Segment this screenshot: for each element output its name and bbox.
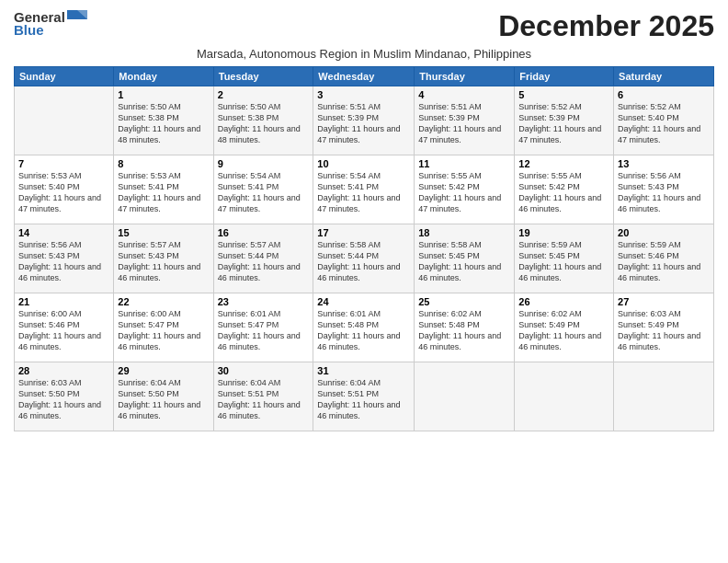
day-info: Sunrise: 6:01 AM Sunset: 5:48 PM Dayligh…: [317, 308, 410, 353]
header: General Blue December 2025: [14, 9, 714, 43]
cell-w2-d2: 8Sunrise: 5:53 AM Sunset: 5:41 PM Daylig…: [114, 155, 213, 224]
day-number: 25: [418, 296, 510, 307]
cell-w1-d5: 4Sunrise: 5:51 AM Sunset: 5:39 PM Daylig…: [415, 86, 515, 155]
day-info: Sunrise: 6:02 AM Sunset: 5:48 PM Dayligh…: [418, 308, 510, 353]
logo: General Blue: [14, 9, 87, 38]
day-number: 11: [418, 158, 510, 169]
day-info: Sunrise: 5:54 AM Sunset: 5:41 PM Dayligh…: [317, 170, 410, 215]
day-number: 26: [518, 296, 609, 307]
day-number: 13: [618, 158, 710, 169]
day-number: 16: [218, 227, 310, 238]
day-info: Sunrise: 5:58 AM Sunset: 5:44 PM Dayligh…: [317, 239, 410, 284]
week-row-2: 7Sunrise: 5:53 AM Sunset: 5:40 PM Daylig…: [15, 155, 714, 224]
cell-w4-d1: 21Sunrise: 6:00 AM Sunset: 5:46 PM Dayli…: [15, 293, 114, 362]
day-number: 17: [317, 227, 410, 238]
cell-w1-d1: [15, 86, 114, 155]
day-info: Sunrise: 5:57 AM Sunset: 5:44 PM Dayligh…: [218, 239, 310, 284]
day-info: Sunrise: 5:57 AM Sunset: 5:43 PM Dayligh…: [118, 239, 209, 284]
cell-w5-d4: 31Sunrise: 6:04 AM Sunset: 5:51 PM Dayli…: [313, 362, 415, 431]
cell-w2-d1: 7Sunrise: 5:53 AM Sunset: 5:40 PM Daylig…: [15, 155, 114, 224]
day-number: 29: [118, 365, 209, 376]
day-info: Sunrise: 5:56 AM Sunset: 5:43 PM Dayligh…: [18, 239, 109, 284]
day-number: 15: [118, 227, 209, 238]
cell-w5-d6: [515, 362, 614, 431]
day-info: Sunrise: 6:03 AM Sunset: 5:49 PM Dayligh…: [618, 308, 710, 353]
col-sunday: Sunday: [15, 67, 114, 86]
day-number: 7: [18, 158, 109, 169]
cell-w3-d2: 15Sunrise: 5:57 AM Sunset: 5:43 PM Dayli…: [114, 224, 213, 293]
col-thursday: Thursday: [415, 67, 515, 86]
col-friday: Friday: [515, 67, 614, 86]
day-number: 4: [418, 89, 510, 100]
day-info: Sunrise: 5:51 AM Sunset: 5:39 PM Dayligh…: [317, 101, 410, 146]
cell-w5-d5: [415, 362, 515, 431]
day-number: 1: [118, 89, 209, 100]
cell-w3-d6: 19Sunrise: 5:59 AM Sunset: 5:45 PM Dayli…: [515, 224, 614, 293]
day-number: 21: [18, 296, 109, 307]
day-info: Sunrise: 5:54 AM Sunset: 5:41 PM Dayligh…: [218, 170, 310, 215]
cell-w5-d1: 28Sunrise: 6:03 AM Sunset: 5:50 PM Dayli…: [15, 362, 114, 431]
day-number: 12: [518, 158, 609, 169]
week-row-5: 28Sunrise: 6:03 AM Sunset: 5:50 PM Dayli…: [15, 362, 714, 431]
day-number: 18: [418, 227, 510, 238]
day-number: 31: [317, 365, 410, 376]
logo-flag-icon: [67, 10, 87, 25]
day-info: Sunrise: 5:53 AM Sunset: 5:40 PM Dayligh…: [18, 170, 109, 215]
cell-w1-d6: 5Sunrise: 5:52 AM Sunset: 5:39 PM Daylig…: [515, 86, 614, 155]
day-info: Sunrise: 6:04 AM Sunset: 5:51 PM Dayligh…: [218, 377, 310, 422]
day-info: Sunrise: 6:02 AM Sunset: 5:49 PM Dayligh…: [518, 308, 609, 353]
day-info: Sunrise: 6:03 AM Sunset: 5:50 PM Dayligh…: [18, 377, 109, 422]
subtitle: Marsada, Autonomous Region in Muslim Min…: [14, 47, 714, 61]
day-number: 20: [618, 227, 710, 238]
day-info: Sunrise: 5:52 AM Sunset: 5:39 PM Dayligh…: [518, 101, 609, 146]
day-info: Sunrise: 5:59 AM Sunset: 5:45 PM Dayligh…: [518, 239, 609, 284]
cell-w1-d3: 2Sunrise: 5:50 AM Sunset: 5:38 PM Daylig…: [213, 86, 313, 155]
day-number: 28: [18, 365, 109, 376]
cell-w5-d3: 30Sunrise: 6:04 AM Sunset: 5:51 PM Dayli…: [213, 362, 313, 431]
week-row-3: 14Sunrise: 5:56 AM Sunset: 5:43 PM Dayli…: [15, 224, 714, 293]
day-info: Sunrise: 5:56 AM Sunset: 5:43 PM Dayligh…: [618, 170, 710, 215]
day-number: 9: [218, 158, 310, 169]
week-row-1: 1Sunrise: 5:50 AM Sunset: 5:38 PM Daylig…: [15, 86, 714, 155]
day-info: Sunrise: 5:51 AM Sunset: 5:39 PM Dayligh…: [418, 101, 510, 146]
cell-w4-d7: 27Sunrise: 6:03 AM Sunset: 5:49 PM Dayli…: [614, 293, 714, 362]
calendar-page: General Blue December 2025 Marsada, Auto…: [0, 0, 728, 563]
day-info: Sunrise: 5:58 AM Sunset: 5:45 PM Dayligh…: [418, 239, 510, 284]
day-number: 8: [118, 158, 209, 169]
day-number: 19: [518, 227, 609, 238]
cell-w3-d3: 16Sunrise: 5:57 AM Sunset: 5:44 PM Dayli…: [213, 224, 313, 293]
cell-w4-d2: 22Sunrise: 6:00 AM Sunset: 5:47 PM Dayli…: [114, 293, 213, 362]
cell-w3-d7: 20Sunrise: 5:59 AM Sunset: 5:46 PM Dayli…: [614, 224, 714, 293]
day-info: Sunrise: 5:50 AM Sunset: 5:38 PM Dayligh…: [118, 101, 209, 146]
cell-w2-d4: 10Sunrise: 5:54 AM Sunset: 5:41 PM Dayli…: [313, 155, 415, 224]
day-number: 2: [218, 89, 310, 100]
day-info: Sunrise: 6:00 AM Sunset: 5:47 PM Dayligh…: [118, 308, 209, 353]
calendar-table: Sunday Monday Tuesday Wednesday Thursday…: [14, 66, 714, 431]
cell-w4-d5: 25Sunrise: 6:02 AM Sunset: 5:48 PM Dayli…: [415, 293, 515, 362]
day-number: 24: [317, 296, 410, 307]
cell-w1-d2: 1Sunrise: 5:50 AM Sunset: 5:38 PM Daylig…: [114, 86, 213, 155]
cell-w3-d1: 14Sunrise: 5:56 AM Sunset: 5:43 PM Dayli…: [15, 224, 114, 293]
cell-w5-d7: [614, 362, 714, 431]
cell-w4-d3: 23Sunrise: 6:01 AM Sunset: 5:47 PM Dayli…: [213, 293, 313, 362]
cell-w3-d5: 18Sunrise: 5:58 AM Sunset: 5:45 PM Dayli…: [415, 224, 515, 293]
col-saturday: Saturday: [614, 67, 714, 86]
day-info: Sunrise: 6:00 AM Sunset: 5:46 PM Dayligh…: [18, 308, 109, 353]
col-monday: Monday: [114, 67, 213, 86]
cell-w4-d4: 24Sunrise: 6:01 AM Sunset: 5:48 PM Dayli…: [313, 293, 415, 362]
cell-w2-d6: 12Sunrise: 5:55 AM Sunset: 5:42 PM Dayli…: [515, 155, 614, 224]
cell-w1-d7: 6Sunrise: 5:52 AM Sunset: 5:40 PM Daylig…: [614, 86, 714, 155]
week-row-4: 21Sunrise: 6:00 AM Sunset: 5:46 PM Dayli…: [15, 293, 714, 362]
month-title: December 2025: [498, 9, 714, 43]
cell-w1-d4: 3Sunrise: 5:51 AM Sunset: 5:39 PM Daylig…: [313, 86, 415, 155]
cell-w2-d7: 13Sunrise: 5:56 AM Sunset: 5:43 PM Dayli…: [614, 155, 714, 224]
day-info: Sunrise: 5:55 AM Sunset: 5:42 PM Dayligh…: [518, 170, 609, 215]
cell-w2-d3: 9Sunrise: 5:54 AM Sunset: 5:41 PM Daylig…: [213, 155, 313, 224]
day-number: 5: [518, 89, 609, 100]
day-number: 3: [317, 89, 410, 100]
day-info: Sunrise: 6:04 AM Sunset: 5:51 PM Dayligh…: [317, 377, 410, 422]
day-number: 22: [118, 296, 209, 307]
day-number: 6: [618, 89, 710, 100]
day-info: Sunrise: 5:53 AM Sunset: 5:41 PM Dayligh…: [118, 170, 209, 215]
col-tuesday: Tuesday: [213, 67, 313, 86]
